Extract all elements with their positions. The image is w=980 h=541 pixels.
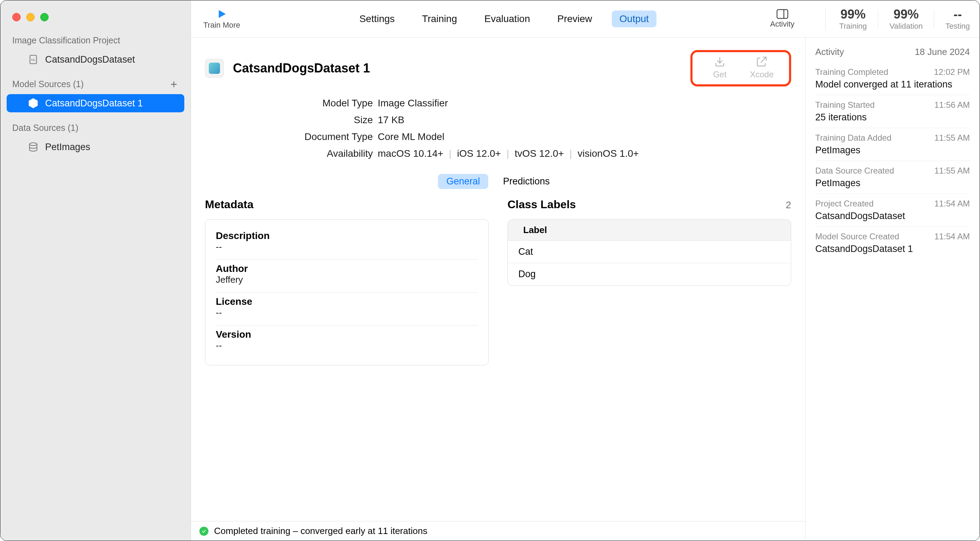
activity-item: Training Started11:56 AM 25 iterations xyxy=(815,95,970,128)
train-more-button[interactable]: Train More xyxy=(201,8,243,30)
metric-training-value: 99% xyxy=(840,7,865,22)
size-value: 17 KB xyxy=(378,115,404,126)
train-more-label: Train More xyxy=(203,21,240,30)
main-tabs: Settings Training Evaluation Preview Out… xyxy=(243,11,765,27)
subtab-predictions[interactable]: Predictions xyxy=(495,174,558,189)
zoom-window-button[interactable] xyxy=(40,13,49,21)
sidebar-item-model-source-label: CatsandDogsDataset 1 xyxy=(45,98,143,109)
get-label: Get xyxy=(713,70,727,80)
metadata-license-value: -- xyxy=(216,307,478,318)
availability-ios: iOS 12.0+ xyxy=(457,148,501,159)
svg-rect-5 xyxy=(777,10,788,18)
divider xyxy=(934,10,934,28)
activity-item-detail: PetImages xyxy=(815,178,970,188)
activity-item: Project Created11:54 AM CatsandDogsDatas… xyxy=(815,194,970,227)
activity-item-time: 11:54 AM xyxy=(934,199,970,209)
sidebar: Image Classification Project ML CatsandD… xyxy=(0,0,191,541)
status-bar: Completed training – converged early at … xyxy=(191,521,805,541)
metadata-author-key: Author xyxy=(216,263,478,274)
metadata-card: Description -- Author Jeffery License -- xyxy=(205,219,488,365)
status-text: Completed training – converged early at … xyxy=(214,526,427,536)
metadata-version: Version -- xyxy=(216,326,478,358)
metric-validation-label: Validation xyxy=(889,22,923,31)
metric-training: 99% Training xyxy=(839,7,867,31)
activity-item-title: Data Source Created xyxy=(815,166,894,176)
subtab-general[interactable]: General xyxy=(438,174,488,189)
sidebar-model-sources-title: Model Sources (1) xyxy=(12,79,84,89)
sidebar-data-sources-title: Data Sources (1) xyxy=(12,123,78,133)
activity-item-title: Training Data Added xyxy=(815,133,891,143)
activity-toggle[interactable]: Activity xyxy=(765,9,799,29)
activity-title: Activity xyxy=(815,46,844,57)
size-row: Size 17 KB xyxy=(205,112,791,128)
activity-item-time: 11:56 AM xyxy=(934,100,970,110)
activity-item-time: 11:54 AM xyxy=(934,231,970,241)
sidebar-item-model-source[interactable]: CatsandDogsDataset 1 xyxy=(6,94,184,112)
model-title-wrap: CatsandDogsDataset 1 xyxy=(205,59,370,78)
sidebar-data-sources-header: Data Sources (1) xyxy=(0,112,191,138)
class-label-row: Cat xyxy=(508,241,791,263)
tab-settings[interactable]: Settings xyxy=(352,11,402,27)
tab-evaluation[interactable]: Evaluation xyxy=(477,11,538,27)
metadata-license-key: License xyxy=(216,296,478,307)
activity-header: Activity 18 June 2024 xyxy=(815,46,970,57)
doc-type-value: Core ML Model xyxy=(378,131,444,142)
xcode-button[interactable]: Xcode xyxy=(744,56,779,80)
play-icon xyxy=(216,8,228,20)
tab-training[interactable]: Training xyxy=(414,11,465,27)
svg-point-4 xyxy=(29,143,37,145)
size-key: Size xyxy=(205,115,373,126)
activity-item-time: 11:55 AM xyxy=(934,166,970,176)
download-icon xyxy=(714,56,726,67)
metric-testing: -- Testing xyxy=(945,7,970,31)
activity-item-detail: CatsandDogsDataset 1 xyxy=(815,244,970,254)
add-model-source-button[interactable] xyxy=(169,80,179,89)
main: Train More Settings Training Evaluation … xyxy=(191,0,980,541)
center-pane: CatsandDogsDataset 1 Get Xcode xyxy=(191,37,805,541)
doc-type-key: Document Type xyxy=(205,131,373,142)
export-group-highlight: Get Xcode xyxy=(690,50,791,86)
activity-item-detail: CatsandDogsDataset xyxy=(815,211,970,222)
sidebar-item-project-label: CatsandDogsDataset xyxy=(45,54,135,65)
class-labels-panel: Class Labels 2 Label Cat Dog xyxy=(508,198,791,365)
metadata-panel: Metadata Description -- Author Jeffery xyxy=(205,198,488,365)
metadata-description: Description -- xyxy=(216,227,478,260)
divider: | xyxy=(506,148,509,159)
get-button[interactable]: Get xyxy=(702,56,737,80)
activity-item-detail: Model converged at 11 iterations xyxy=(815,79,970,90)
class-labels-card: Label Cat Dog xyxy=(508,219,791,286)
activity-item: Training Data Added11:55 AM PetImages xyxy=(815,128,970,161)
open-external-icon xyxy=(756,56,768,67)
model-title: CatsandDogsDataset 1 xyxy=(233,61,370,76)
activity-item-title: Training Completed xyxy=(815,67,888,77)
availability-visionos: visionOS 1.0+ xyxy=(578,148,639,159)
class-label-row: Dog xyxy=(508,263,791,285)
divider: | xyxy=(449,148,452,159)
divider: | xyxy=(570,148,572,159)
sidebar-item-project[interactable]: ML CatsandDogsDataset xyxy=(6,50,184,69)
sidebar-item-data-source[interactable]: PetImages xyxy=(6,138,184,156)
metric-validation-value: 99% xyxy=(894,7,919,22)
database-icon xyxy=(28,141,39,153)
tab-output[interactable]: Output xyxy=(612,11,657,27)
class-labels-column: Label xyxy=(508,220,791,241)
success-icon xyxy=(199,527,208,536)
metric-testing-label: Testing xyxy=(945,22,970,31)
toolbar-right: Activity 99% Training 99% Validation -- xyxy=(765,7,970,31)
tab-preview[interactable]: Preview xyxy=(550,11,600,27)
class-labels-title: Class Labels xyxy=(508,198,576,211)
metadata-author: Author Jeffery xyxy=(216,260,478,292)
activity-toggle-label: Activity xyxy=(770,19,795,29)
sidebar-icon xyxy=(776,9,788,19)
minimize-window-button[interactable] xyxy=(26,13,35,21)
model-type-key: Model Type xyxy=(205,97,373,109)
app-window: Image Classification Project ML CatsandD… xyxy=(0,0,980,541)
close-window-button[interactable] xyxy=(12,13,21,21)
availability-value: macOS 10.14+ | iOS 12.0+ | tvOS 12.0+ | … xyxy=(378,148,639,159)
model-icon xyxy=(205,59,224,78)
toolbar: Train More Settings Training Evaluation … xyxy=(191,0,980,37)
activity-item-time: 11:55 AM xyxy=(934,133,970,143)
activity-item-title: Model Source Created xyxy=(815,231,899,241)
availability-row: Availability macOS 10.14+ | iOS 12.0+ | … xyxy=(205,145,791,162)
panels: Metadata Description -- Author Jeffery xyxy=(191,198,805,365)
